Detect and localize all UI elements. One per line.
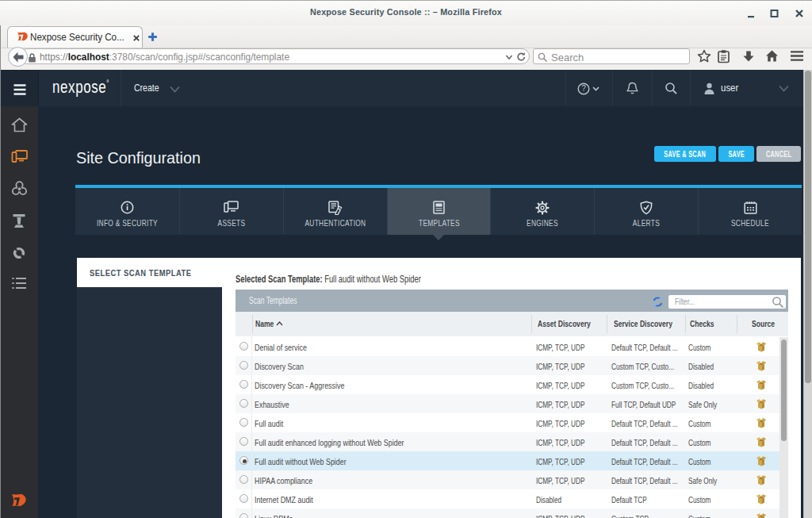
- svg-text:?: ?: [581, 84, 586, 93]
